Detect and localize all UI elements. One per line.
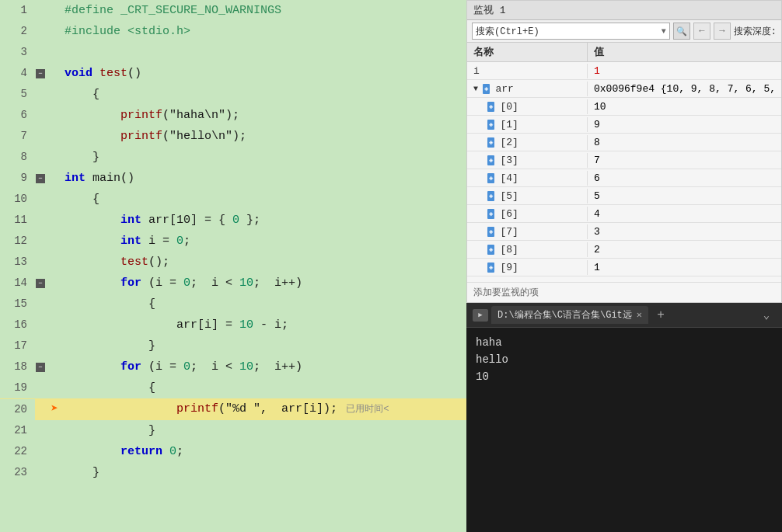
watch-title: 监视 1 xyxy=(473,3,506,17)
depth-label: 搜索深度: xyxy=(734,25,777,38)
watch-row-0[interactable]: i1 xyxy=(467,62,781,80)
line-number-14: 14 xyxy=(0,273,35,294)
array-item-icon: ◈ xyxy=(487,191,494,201)
line-content-19: { xyxy=(61,377,466,398)
line-content-1: #define _CRT_SECURE_NO_WARNINGS xyxy=(61,0,466,21)
watch-row-10[interactable]: ◈[8]2 xyxy=(467,241,781,259)
fold-icon-9[interactable]: − xyxy=(36,174,45,183)
search-dropdown-icon[interactable]: ▼ xyxy=(662,27,666,36)
watch-search-box[interactable]: 搜索(Ctrl+E) ▼ xyxy=(472,23,670,40)
watch-table-header: 名称 值 xyxy=(467,43,781,62)
line-content-22: return 0; xyxy=(61,441,466,462)
array-item-icon: ◈ xyxy=(487,173,494,183)
array-item-icon: ◈ xyxy=(487,209,494,219)
code-line-17: 17 } xyxy=(0,336,466,356)
watch-row-1[interactable]: ▼◈arr0x0096f9e4 {10, 9, 8, 7, 6, 5, 4, 3… xyxy=(467,80,781,98)
terminal-close-icon[interactable]: ✕ xyxy=(637,309,642,321)
line-number-11: 11 xyxy=(0,210,35,231)
watch-row-11[interactable]: ◈[9]1 xyxy=(467,259,781,276)
code-editor: 1#define _CRT_SECURE_NO_WARNINGS2#includ… xyxy=(0,0,466,532)
watch-row-8[interactable]: ◈[6]4 xyxy=(467,205,781,223)
line-number-17: 17 xyxy=(0,336,35,356)
line-content-13: test(); xyxy=(61,252,466,273)
fold-icon-18[interactable]: − xyxy=(36,363,45,372)
code-line-21: 21 } xyxy=(0,420,466,441)
fold-icon-14[interactable]: − xyxy=(36,279,45,288)
terminal-tab[interactable]: D:\编程合集\C语言合集\Git远 ✕ xyxy=(491,306,648,324)
line-content-14: for (i = 0; i < 10; i++) xyxy=(61,273,466,294)
line-number-13: 13 xyxy=(0,252,35,273)
array-item-icon: ◈ xyxy=(487,102,494,112)
line-content-6: printf("haha\n"); xyxy=(61,105,466,126)
watch-item-name-2: ◈[0] xyxy=(467,99,588,114)
line-number-22: 22 xyxy=(0,441,35,462)
watch-item-value-3: 9 xyxy=(588,117,781,132)
watch-row-5[interactable]: ◈[3]7 xyxy=(467,151,781,169)
watch-row-4[interactable]: ◈[2]8 xyxy=(467,134,781,151)
nav-forward-button[interactable]: → xyxy=(714,23,731,40)
watch-item-name-0: i xyxy=(467,64,588,78)
terminal-line-2: 10 xyxy=(476,368,773,385)
line-content-15: { xyxy=(61,294,466,315)
watch-row-3[interactable]: ◈[1]9 xyxy=(467,116,781,134)
watch-row-7[interactable]: ◈[5]5 xyxy=(467,187,781,205)
code-line-9: 9−int main() xyxy=(0,168,466,189)
line-content-23: } xyxy=(61,462,466,483)
terminal-add-button[interactable]: + xyxy=(651,306,670,325)
code-line-2: 2#include <stdio.h> xyxy=(0,21,466,42)
watch-item-label: [6] xyxy=(500,208,518,220)
nav-back-button[interactable]: ← xyxy=(693,23,710,40)
code-line-11: 11 int arr[10] = { 0 }; xyxy=(0,210,466,231)
watch-item-value-10: 2 xyxy=(588,242,781,257)
search-placeholder-text: 搜索(Ctrl+E) xyxy=(476,25,539,38)
line-content-21: } xyxy=(61,420,466,441)
add-watch-button[interactable]: 添加要监视的项 xyxy=(467,282,781,302)
line-content-11: int arr[10] = { 0 }; xyxy=(61,210,466,231)
line-content-17: } xyxy=(61,336,466,356)
line-number-8: 8 xyxy=(0,147,35,168)
watch-item-value-0: 1 xyxy=(588,64,781,78)
line-number-1: 1 xyxy=(0,0,35,21)
terminal-content: hahahello10 xyxy=(466,328,782,532)
watch-table: 名称 值 i1▼◈arr0x0096f9e4 {10, 9, 8, 7, 6, … xyxy=(467,43,781,282)
code-line-20: 20➤ printf("%d ", arr[i]); 已用时间< xyxy=(0,398,466,420)
watch-item-name-1: ▼◈arr xyxy=(467,82,588,96)
line-number-7: 7 xyxy=(0,126,35,147)
watch-item-value-8: 4 xyxy=(588,207,781,221)
watch-item-label: [3] xyxy=(500,155,518,166)
line-number-23: 23 xyxy=(0,462,35,483)
line-number-16: 16 xyxy=(0,315,35,336)
watch-item-label: [2] xyxy=(500,137,518,148)
terminal-tab-label: D:\编程合集\C语言合集\Git远 xyxy=(497,308,632,322)
terminal-tab-bar: ▶ D:\编程合集\C语言合集\Git远 ✕ + ⌄ xyxy=(466,303,782,328)
terminal-menu-button[interactable]: ⌄ xyxy=(757,306,776,325)
code-line-16: 16 arr[i] = 10 - i; xyxy=(0,315,466,336)
search-button[interactable]: 🔍 xyxy=(673,23,690,40)
watch-item-name-10: ◈[8] xyxy=(467,242,588,257)
watch-row-2[interactable]: ◈[0]10 xyxy=(467,98,781,116)
code-line-6: 6 printf("haha\n"); xyxy=(0,105,466,126)
watch-item-value-11: 1 xyxy=(588,260,781,275)
line-content-9: int main() xyxy=(61,168,466,189)
code-line-18: 18− for (i = 0; i < 10; i++) xyxy=(0,356,466,377)
code-line-5: 5 { xyxy=(0,84,466,105)
line-number-5: 5 xyxy=(0,84,35,105)
watch-item-label: [5] xyxy=(500,190,518,202)
watch-row-6[interactable]: ◈[4]6 xyxy=(467,169,781,187)
watch-item-label: i xyxy=(473,65,480,77)
watch-item-name-8: ◈[6] xyxy=(467,207,588,221)
watch-item-label: [7] xyxy=(500,226,518,238)
watch-item-label: arr xyxy=(495,83,513,95)
execution-arrow: ➤ xyxy=(51,399,58,420)
watch-item-label: [9] xyxy=(500,262,518,273)
expand-icon[interactable]: ▼ xyxy=(473,85,478,93)
watch-item-value-2: 10 xyxy=(588,99,781,114)
fold-icon-4[interactable]: − xyxy=(36,69,45,78)
line-suffix: 已用时间< xyxy=(340,404,389,415)
code-line-22: 22 return 0; xyxy=(0,441,466,462)
array-type-icon: ◈ xyxy=(483,84,490,94)
code-line-7: 7 printf("hello\n"); xyxy=(0,126,466,147)
line-content-4: void test() xyxy=(61,63,466,84)
watch-row-9[interactable]: ◈[7]3 xyxy=(467,223,781,241)
line-content-5: { xyxy=(61,84,466,105)
